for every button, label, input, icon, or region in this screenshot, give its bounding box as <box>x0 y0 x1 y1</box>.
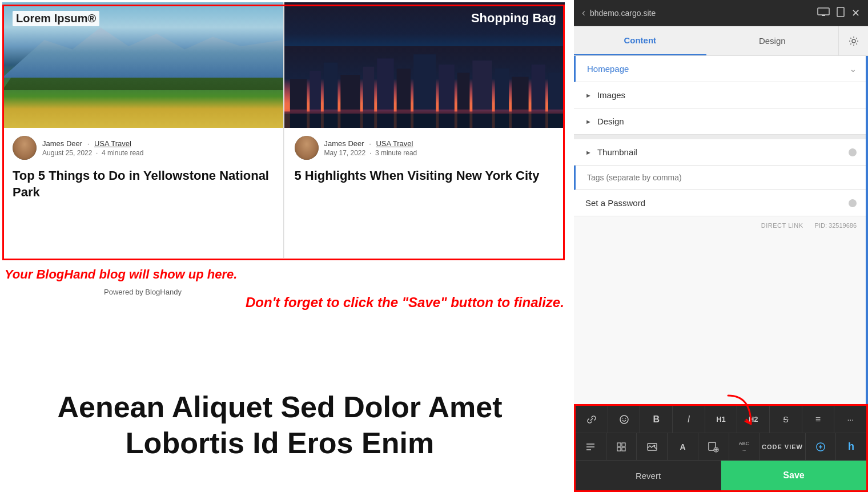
tab-content[interactable]: Content <box>574 26 706 55</box>
avatar-2 <box>295 136 319 160</box>
toolbar-row2: A ABC → CODE VIEW h <box>576 433 866 461</box>
panel-content: Homepage ⌄ ► Images ► Design ► Thumbnail <box>574 56 868 404</box>
grid-button[interactable] <box>606 433 637 460</box>
author-name-1: James Deer <box>42 139 82 148</box>
images-expand-icon: ► <box>585 92 592 99</box>
category-2[interactable]: USA Travel <box>376 139 413 148</box>
thumbnail-label: Thumbnail <box>597 147 637 157</box>
card-title-1: Lorem Ipsum® <box>13 11 99 26</box>
image-button[interactable] <box>637 433 668 460</box>
right-panel: ‹ bhdemo.cargo.site ✕ Content Design Hom <box>574 0 868 492</box>
abc-arrow-button[interactable]: ABC → <box>729 433 760 460</box>
homepage-label: Homepage <box>587 64 629 74</box>
meta-author-1: James Deer · USA Travel <box>42 139 143 148</box>
bold-button[interactable]: B <box>640 406 673 433</box>
card-headline-1: Top 5 Things to Do in Yellowstone Nation… <box>2 164 283 208</box>
toolbar-actions-row: Revert Save <box>576 461 866 490</box>
meta-author-2: James Deer · USA Travel <box>324 139 417 148</box>
svg-rect-19 <box>822 15 825 16</box>
svg-point-22 <box>620 416 628 424</box>
avatar-1 <box>13 136 37 160</box>
link-button[interactable] <box>576 406 608 433</box>
desktop-icon[interactable] <box>817 7 830 19</box>
revert-button[interactable]: Revert <box>576 461 721 490</box>
design-label: Design <box>597 116 624 126</box>
back-arrow-icon[interactable]: ‹ <box>582 7 585 19</box>
category-1[interactable]: USA Travel <box>94 139 131 148</box>
direct-link-text[interactable]: DIRECT LINK <box>761 222 803 229</box>
meta-text-1: James Deer · USA Travel August 25, 2022 … <box>42 139 143 157</box>
images-label: Images <box>597 90 625 100</box>
h1-button[interactable]: H1 <box>705 406 738 433</box>
site-url: bhdemo.cargo.site <box>590 9 656 18</box>
author-name-2: James Deer <box>324 139 364 148</box>
media-upload-button[interactable] <box>698 433 729 460</box>
powered-by: Powered by BlogHandy <box>0 288 286 296</box>
password-toggle[interactable] <box>849 199 857 207</box>
align-button[interactable]: ≡ <box>802 406 835 433</box>
save-button[interactable]: Save <box>721 461 866 490</box>
unknown-icon-1[interactable] <box>806 433 837 460</box>
card-image-2: Shopping Bag <box>284 2 565 128</box>
tags-input-row <box>574 166 868 190</box>
tags-input[interactable] <box>587 173 857 182</box>
separator-2: · <box>369 139 373 148</box>
unknown-icon-2[interactable]: h <box>836 433 866 460</box>
homepage-chevron-icon: ⌄ <box>850 64 857 74</box>
password-row: Set a Password <box>574 190 868 216</box>
text-color-button[interactable]: A <box>668 433 698 460</box>
design-item-left: ► Design <box>585 116 624 126</box>
large-heading: Aenean Aliquet Sed Dolor Amet Lobortis I… <box>0 389 560 461</box>
svg-rect-29 <box>622 447 625 451</box>
images-item[interactable]: ► Images <box>574 82 868 108</box>
top-bar-right: ✕ <box>817 7 860 19</box>
svg-rect-16 <box>284 111 565 128</box>
svg-point-31 <box>653 445 655 446</box>
blog-card-1[interactable]: Lorem Ipsum® James Deer · USA Travel Au <box>2 2 284 258</box>
card-title-2: Shopping Bag <box>471 11 556 26</box>
card-meta-1: James Deer · USA Travel August 25, 2022 … <box>2 128 283 164</box>
card-meta-2: James Deer · USA Travel May 17, 2022 · 3… <box>284 128 565 164</box>
design-item[interactable]: ► Design <box>574 108 868 135</box>
strikethrough-button[interactable]: S <box>770 406 802 433</box>
thumbnail-toggle[interactable] <box>849 148 857 156</box>
meta-text-2: James Deer · USA Travel May 17, 2022 · 3… <box>324 139 417 157</box>
section-divider-1 <box>574 135 868 139</box>
top-bar: ‹ bhdemo.cargo.site ✕ <box>574 0 868 26</box>
blog-card-2[interactable]: Shopping Bag James Deer · USA Travel Ma <box>284 2 565 258</box>
meta-date-2: May 17, 2022 · 3 minute read <box>324 149 417 157</box>
h2-button[interactable]: H2 <box>737 406 770 433</box>
main-content: Lorem Ipsum® James Deer · USA Travel Au <box>0 0 574 492</box>
separator-1: · <box>87 139 91 148</box>
thumbnail-expand-icon: ► <box>585 149 592 156</box>
toolbar-row1: B I H1 H2 S ≡ ··· <box>576 406 866 433</box>
meta-date-1: August 25, 2022 · 4 minute read <box>42 149 143 157</box>
card-headline-2: 5 Highlights When Visiting New York City <box>284 164 565 192</box>
homepage-item[interactable]: Homepage ⌄ <box>574 56 868 82</box>
svg-rect-28 <box>617 447 621 451</box>
scroll-indicator <box>866 56 868 404</box>
tab-design[interactable]: Design <box>706 26 839 55</box>
svg-rect-26 <box>617 443 621 446</box>
more-button[interactable]: ··· <box>834 406 866 433</box>
svg-rect-20 <box>837 7 844 17</box>
top-bar-left: ‹ bhdemo.cargo.site <box>582 7 656 19</box>
password-label: Set a Password <box>585 198 645 208</box>
blog-cards-area: Lorem Ipsum® James Deer · USA Travel Au <box>0 2 574 265</box>
svg-rect-27 <box>622 443 625 446</box>
bottom-toolbar: B I H1 H2 S ≡ ··· A ABC → <box>574 404 868 492</box>
pid-text: PID: 32519686 <box>815 222 857 229</box>
code-view-button[interactable]: CODE VIEW <box>760 433 805 460</box>
svg-point-21 <box>852 39 855 43</box>
tablet-icon[interactable] <box>837 7 845 19</box>
list-button[interactable] <box>576 433 606 460</box>
italic-button[interactable]: I <box>673 406 705 433</box>
close-button[interactable]: ✕ <box>851 7 860 19</box>
svg-rect-17 <box>284 110 565 114</box>
thumbnail-item-left: ► Thumbnail <box>585 147 637 157</box>
settings-gear-icon[interactable] <box>838 26 868 55</box>
direct-link-row: DIRECT LINK PID: 32519686 <box>574 216 868 235</box>
annotation-blog-show: Your BlogHand blog will show up here. <box>5 267 237 282</box>
emoji-button[interactable] <box>608 406 641 433</box>
thumbnail-item[interactable]: ► Thumbnail <box>574 139 868 166</box>
